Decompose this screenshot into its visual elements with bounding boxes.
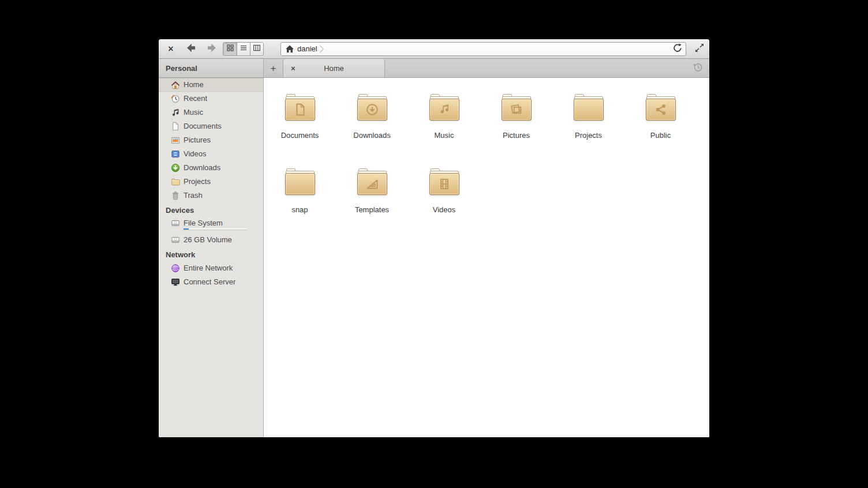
breadcrumb-label: daniel [297, 44, 317, 53]
downloads-icon [171, 163, 180, 172]
tab-bar: + × Home [264, 59, 709, 77]
folder-label: Videos [433, 206, 456, 214]
column-view-button[interactable] [250, 43, 263, 55]
refresh-button[interactable] [671, 43, 684, 55]
folder-icon-none [572, 93, 605, 123]
folder-label: Public [650, 132, 671, 140]
tab-close-button[interactable]: × [291, 64, 295, 73]
folder-documents[interactable]: Documents [264, 93, 336, 167]
folder-videos[interactable]: Videos [408, 167, 480, 242]
main-area: HomeRecentMusicDocumentsPicturesVideosDo… [159, 78, 709, 437]
sidebar-item-label: Videos [184, 149, 263, 159]
column-view-icon [252, 43, 261, 55]
disk-usage-fill [184, 228, 189, 230]
fullscreen-button[interactable] [694, 44, 705, 54]
folder-icon-share [644, 93, 678, 123]
sidebar-item-entire-network[interactable]: Entire Network [159, 261, 263, 275]
recent-icon [171, 94, 180, 103]
folder-label: Templates [355, 206, 389, 214]
folder-label: snap [291, 206, 308, 214]
harddisk-icon [171, 235, 180, 245]
pictures-icon [171, 136, 180, 145]
history-clock-icon [693, 62, 704, 75]
forward-button[interactable] [206, 43, 218, 55]
view-mode-switcher [223, 42, 264, 56]
folder-projects[interactable]: Projects [552, 93, 624, 167]
folder-snap[interactable]: snap [264, 167, 336, 242]
list-view-button[interactable] [237, 43, 250, 55]
folder-label: Downloads [353, 132, 390, 140]
sidebar-item-label: Home [184, 80, 263, 89]
sidebar-item-label: Recent [184, 94, 263, 103]
sidebar-item-label: Music [184, 108, 263, 117]
folder-label: Pictures [503, 132, 530, 140]
folder-downloads[interactable]: Downloads [336, 93, 408, 167]
sidebar-item-label: Projects [184, 177, 263, 186]
folder-icon-pictures [500, 93, 533, 123]
sidebar-item-label: Pictures [184, 136, 263, 145]
breadcrumb-home-icon [285, 44, 294, 54]
sidebar-item-label: 26 GB Volume [184, 235, 263, 245]
sidebar-item-label: File System [184, 219, 263, 228]
sidebar-item-label: Documents [184, 122, 263, 131]
toolbar: × daniel [159, 39, 709, 59]
sidebar-item-downloads[interactable]: Downloads [159, 161, 263, 175]
folder-label: Documents [281, 132, 319, 140]
path-bar[interactable]: daniel [280, 42, 686, 56]
grid-view-button[interactable] [223, 43, 237, 55]
content-area: DocumentsDownloadsMusicPicturesProjectsP… [264, 78, 709, 437]
sidebar-section-header-network: Network [159, 247, 263, 261]
tab-home[interactable]: × Home [283, 59, 385, 77]
folder-label: Music [435, 132, 454, 140]
folder-grid: DocumentsDownloadsMusicPicturesProjectsP… [264, 78, 709, 242]
header-band: Personal + × Home [159, 59, 709, 78]
sidebar-item-label: Entire Network [184, 264, 263, 273]
sidebar-item-26-gb-volume[interactable]: 26 GB Volume [159, 233, 263, 247]
sidebar: HomeRecentMusicDocumentsPicturesVideosDo… [159, 78, 264, 437]
folder-icon-document [283, 93, 317, 123]
folder-label: Projects [575, 132, 602, 140]
sidebar-item-trash[interactable]: Trash [159, 189, 263, 202]
server-icon [171, 277, 180, 287]
sidebar-item-videos[interactable]: Videos [159, 147, 263, 161]
list-view-icon [239, 43, 248, 55]
back-button[interactable] [185, 43, 197, 55]
refresh-icon [672, 43, 683, 55]
folder-templates[interactable]: Templates [336, 167, 408, 242]
expand-diagonal-icon [694, 43, 705, 55]
breadcrumb-segment-home[interactable]: daniel [285, 43, 317, 55]
sidebar-item-label: Trash [184, 191, 263, 200]
chevron-right-icon [319, 44, 324, 54]
tab-label: Home [283, 64, 384, 73]
arrow-forward-icon [206, 42, 218, 56]
music-note-icon [171, 108, 180, 117]
network-globe-icon [171, 264, 180, 273]
sidebar-section-header-devices: Devices [159, 203, 263, 217]
sidebar-item-label: Connect Server [184, 277, 263, 287]
sidebar-section-label: Personal [166, 64, 197, 73]
sidebar-item-connect-server[interactable]: Connect Server [159, 275, 263, 289]
home-icon [171, 80, 180, 89]
folder-public[interactable]: Public [624, 93, 697, 167]
folder-music[interactable]: Music [408, 93, 480, 167]
grid-view-icon [226, 43, 235, 55]
folder-icon [171, 177, 180, 186]
trash-icon [171, 191, 180, 200]
history-button[interactable] [686, 59, 709, 77]
sidebar-sections: HomeRecentMusicDocumentsPicturesVideosDo… [159, 78, 263, 289]
sidebar-item-home[interactable]: Home [159, 78, 263, 92]
new-tab-button[interactable]: + [264, 59, 283, 77]
window-close-button[interactable]: × [167, 44, 175, 54]
sidebar-item-recent[interactable]: Recent [159, 92, 263, 106]
folder-icon-videos [428, 167, 461, 197]
sidebar-item-pictures[interactable]: Pictures [159, 133, 263, 147]
folder-icon-templates [356, 167, 389, 197]
sidebar-item-music[interactable]: Music [159, 106, 263, 119]
folder-icon-none [283, 167, 317, 197]
sidebar-item-documents[interactable]: Documents [159, 119, 263, 133]
folder-icon-download [356, 93, 389, 123]
sidebar-item-file-system[interactable]: File System [159, 217, 263, 233]
sidebar-section-header-personal: Personal [159, 59, 264, 77]
sidebar-item-projects[interactable]: Projects [159, 175, 263, 189]
folder-pictures[interactable]: Pictures [480, 93, 552, 167]
